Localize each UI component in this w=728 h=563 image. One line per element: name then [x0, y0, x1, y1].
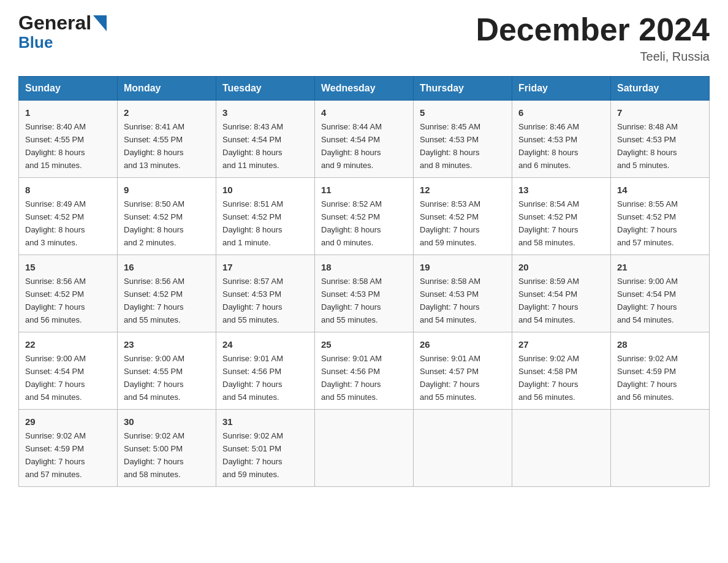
location: Teeli, Russia	[476, 50, 710, 64]
day-number: 24	[222, 337, 308, 351]
day-info: Sunrise: 8:46 AMSunset: 4:53 PMDaylight:…	[518, 122, 579, 170]
calendar-week-5: 29Sunrise: 9:02 AMSunset: 4:59 PMDayligh…	[19, 409, 710, 486]
day-number: 31	[222, 415, 308, 429]
day-info: Sunrise: 8:53 AMSunset: 4:52 PMDaylight:…	[420, 199, 480, 247]
calendar-cell: 9Sunrise: 8:50 AMSunset: 4:52 PMDaylight…	[118, 178, 216, 255]
day-info: Sunrise: 8:48 AMSunset: 4:53 PMDaylight:…	[617, 122, 678, 170]
day-info: Sunrise: 8:58 AMSunset: 4:53 PMDaylight:…	[321, 277, 382, 324]
day-number: 13	[518, 183, 604, 197]
calendar-cell: 20Sunrise: 8:59 AMSunset: 4:54 PMDayligh…	[512, 255, 611, 332]
calendar-cell: 27Sunrise: 9:02 AMSunset: 4:58 PMDayligh…	[512, 332, 611, 410]
day-info: Sunrise: 9:00 AMSunset: 4:55 PMDaylight:…	[124, 354, 184, 402]
calendar-cell: 25Sunrise: 9:01 AMSunset: 4:56 PMDayligh…	[315, 332, 414, 410]
day-info: Sunrise: 8:56 AMSunset: 4:52 PMDaylight:…	[124, 277, 184, 324]
page-header: General Blue December 2024 Teeli, Russia	[18, 12, 710, 64]
col-monday: Monday	[118, 77, 216, 101]
logo: General Blue	[18, 12, 107, 52]
day-info: Sunrise: 8:59 AMSunset: 4:54 PMDaylight:…	[518, 277, 579, 324]
svg-marker-0	[93, 15, 107, 31]
title-block: December 2024 Teeli, Russia	[476, 12, 710, 64]
logo-line1: General	[18, 12, 107, 34]
calendar-cell: 15Sunrise: 8:56 AMSunset: 4:52 PMDayligh…	[19, 255, 118, 332]
day-number: 8	[25, 183, 111, 197]
col-friday: Friday	[512, 77, 611, 101]
month-title: December 2024	[476, 12, 710, 47]
calendar-cell: 10Sunrise: 8:51 AMSunset: 4:52 PMDayligh…	[216, 178, 315, 255]
day-info: Sunrise: 8:50 AMSunset: 4:52 PMDaylight:…	[124, 199, 184, 247]
day-number: 17	[222, 260, 308, 274]
day-info: Sunrise: 8:58 AMSunset: 4:53 PMDaylight:…	[420, 277, 480, 324]
day-info: Sunrise: 8:52 AMSunset: 4:52 PMDaylight:…	[321, 199, 382, 247]
calendar-table: Sunday Monday Tuesday Wednesday Thursday…	[18, 76, 710, 487]
calendar-cell: 13Sunrise: 8:54 AMSunset: 4:52 PMDayligh…	[512, 178, 611, 255]
calendar-cell: 28Sunrise: 9:02 AMSunset: 4:59 PMDayligh…	[611, 332, 710, 410]
calendar-cell: 12Sunrise: 8:53 AMSunset: 4:52 PMDayligh…	[414, 178, 512, 255]
day-info: Sunrise: 8:44 AMSunset: 4:54 PMDaylight:…	[321, 122, 382, 170]
day-number: 11	[321, 183, 407, 197]
day-info: Sunrise: 8:56 AMSunset: 4:52 PMDaylight:…	[25, 277, 86, 324]
calendar-cell: 6Sunrise: 8:46 AMSunset: 4:53 PMDaylight…	[512, 101, 611, 178]
day-number: 6	[518, 105, 604, 120]
logo-line2: Blue	[18, 34, 107, 52]
day-info: Sunrise: 9:01 AMSunset: 4:56 PMDaylight:…	[321, 354, 382, 402]
day-number: 25	[321, 337, 407, 351]
day-number: 20	[518, 260, 604, 274]
calendar-week-4: 22Sunrise: 9:00 AMSunset: 4:54 PMDayligh…	[19, 332, 710, 410]
calendar-cell: 14Sunrise: 8:55 AMSunset: 4:52 PMDayligh…	[611, 178, 710, 255]
day-info: Sunrise: 8:57 AMSunset: 4:53 PMDaylight:…	[222, 277, 283, 324]
day-number: 21	[617, 260, 703, 274]
day-number: 10	[222, 183, 308, 197]
calendar-cell	[315, 409, 414, 486]
day-number: 22	[25, 337, 111, 351]
calendar-cell: 11Sunrise: 8:52 AMSunset: 4:52 PMDayligh…	[315, 178, 414, 255]
col-wednesday: Wednesday	[315, 77, 414, 101]
day-info: Sunrise: 8:41 AMSunset: 4:55 PMDaylight:…	[124, 122, 184, 170]
calendar-cell: 22Sunrise: 9:00 AMSunset: 4:54 PMDayligh…	[19, 332, 118, 410]
calendar-cell: 26Sunrise: 9:01 AMSunset: 4:57 PMDayligh…	[414, 332, 512, 410]
day-number: 18	[321, 260, 407, 274]
day-number: 30	[124, 415, 210, 429]
day-info: Sunrise: 9:02 AMSunset: 4:59 PMDaylight:…	[617, 354, 678, 402]
day-number: 7	[617, 105, 703, 120]
calendar-cell: 21Sunrise: 9:00 AMSunset: 4:54 PMDayligh…	[611, 255, 710, 332]
calendar-cell	[611, 409, 710, 486]
calendar-cell: 30Sunrise: 9:02 AMSunset: 5:00 PMDayligh…	[118, 409, 216, 486]
calendar-cell: 17Sunrise: 8:57 AMSunset: 4:53 PMDayligh…	[216, 255, 315, 332]
day-info: Sunrise: 9:01 AMSunset: 4:57 PMDaylight:…	[420, 354, 480, 402]
day-number: 3	[222, 105, 308, 120]
calendar-cell: 19Sunrise: 8:58 AMSunset: 4:53 PMDayligh…	[414, 255, 512, 332]
calendar-cell	[414, 409, 512, 486]
day-number: 9	[124, 183, 210, 197]
day-info: Sunrise: 9:00 AMSunset: 4:54 PMDaylight:…	[617, 277, 678, 324]
calendar-cell: 31Sunrise: 9:02 AMSunset: 5:01 PMDayligh…	[216, 409, 315, 486]
day-number: 1	[25, 105, 111, 120]
col-tuesday: Tuesday	[216, 77, 315, 101]
calendar-cell: 3Sunrise: 8:43 AMSunset: 4:54 PMDaylight…	[216, 101, 315, 178]
day-number: 14	[617, 183, 703, 197]
calendar-cell: 24Sunrise: 9:01 AMSunset: 4:56 PMDayligh…	[216, 332, 315, 410]
calendar-cell: 23Sunrise: 9:00 AMSunset: 4:55 PMDayligh…	[118, 332, 216, 410]
calendar-week-3: 15Sunrise: 8:56 AMSunset: 4:52 PMDayligh…	[19, 255, 710, 332]
calendar-cell: 29Sunrise: 9:02 AMSunset: 4:59 PMDayligh…	[19, 409, 118, 486]
col-sunday: Sunday	[19, 77, 118, 101]
day-info: Sunrise: 8:43 AMSunset: 4:54 PMDaylight:…	[222, 122, 283, 170]
day-number: 23	[124, 337, 210, 351]
day-info: Sunrise: 9:02 AMSunset: 5:01 PMDaylight:…	[222, 431, 283, 479]
day-info: Sunrise: 8:40 AMSunset: 4:55 PMDaylight:…	[25, 122, 86, 170]
day-info: Sunrise: 8:54 AMSunset: 4:52 PMDaylight:…	[518, 199, 579, 247]
calendar-week-2: 8Sunrise: 8:49 AMSunset: 4:52 PMDaylight…	[19, 178, 710, 255]
day-number: 29	[25, 415, 111, 429]
day-number: 26	[420, 337, 506, 351]
day-info: Sunrise: 8:55 AMSunset: 4:52 PMDaylight:…	[617, 199, 678, 247]
day-number: 27	[518, 337, 604, 351]
calendar-cell: 5Sunrise: 8:45 AMSunset: 4:53 PMDaylight…	[414, 101, 512, 178]
calendar-cell: 4Sunrise: 8:44 AMSunset: 4:54 PMDaylight…	[315, 101, 414, 178]
calendar-cell: 18Sunrise: 8:58 AMSunset: 4:53 PMDayligh…	[315, 255, 414, 332]
day-number: 19	[420, 260, 506, 274]
day-number: 15	[25, 260, 111, 274]
day-number: 28	[617, 337, 703, 351]
day-info: Sunrise: 9:02 AMSunset: 5:00 PMDaylight:…	[124, 431, 184, 479]
day-info: Sunrise: 9:02 AMSunset: 4:59 PMDaylight:…	[25, 431, 86, 479]
day-info: Sunrise: 9:00 AMSunset: 4:54 PMDaylight:…	[25, 354, 86, 402]
day-number: 4	[321, 105, 407, 120]
